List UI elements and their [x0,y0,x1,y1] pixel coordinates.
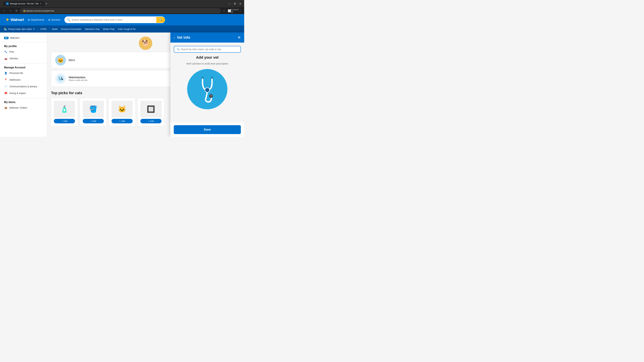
tab-bar: W Manage Account - Pet hub - Wa ✕ + [3,1,226,6]
departments-button[interactable]: ⊞ Departments [28,18,44,21]
pickup-info[interactable]: 🏪 Pickup today, 9pm-10pm ▾ | 07094 [4,28,49,30]
communications-label: Communications & privacy [10,85,37,88]
giving-icon: ❤️ [4,91,8,95]
vet-panel-close-button[interactable]: ✕ [238,35,241,40]
winter-link[interactable]: Winter Prep [103,28,114,30]
add-product-3-button[interactable]: + Add [140,119,162,123]
veterinarians-desc: View or edit vet info [68,79,88,81]
svg-point-0 [57,75,64,82]
url-input[interactable]: 🔒 walmart.com/account/pet-hub [20,8,221,13]
incognito-label: Incognito (3) [231,8,239,13]
url-bar-actions: ☆ ⬜ Incognito (3) ⋮ [222,9,242,13]
sidebar-item-addresses[interactable]: 📍 Addresses [0,76,47,83]
sidebar-walmart-plus[interactable]: W+ Walmart+ [0,35,47,40]
services-button[interactable]: ⊞ Services [48,18,60,21]
back-button[interactable]: ‹ [2,8,7,13]
menu-button[interactable]: ⋮ [238,9,242,13]
active-tab[interactable]: W Manage Account - Pet hub - Wa ✕ [3,1,44,6]
add-vet-subtitle: We'll call them to verify their prescrip… [186,62,228,65]
add-icon-0: + [62,120,63,122]
sidebar-item-giving[interactable]: ❤️ Giving & impact [0,90,47,96]
add-product-2-button[interactable]: + Add [112,119,133,123]
add-label-1: Add [92,120,96,122]
tab-close-button[interactable]: ✕ [40,2,42,5]
close-window-button[interactable]: ✕ [238,2,242,6]
sidebar-item-walmart-orders[interactable]: 📦 Walmart+ Orders [0,104,47,111]
manage-account-section: Manage Account [0,65,47,70]
vet-search-input[interactable] [181,48,238,51]
product-image-2: 🐱 [112,101,133,117]
search-bar[interactable]: 🔍 🔍 [64,16,165,23]
product-image-3: 🔲 [140,101,162,117]
svg-point-1 [61,77,62,78]
walmart-logo[interactable]: ✦ Walmart [5,17,24,23]
sidebar-item-communications[interactable]: ✉️ Communications & privacy [0,83,47,90]
orders-icon: 📦 [4,106,8,109]
sidebar-item-vehicles[interactable]: 🚗 Vehicles [0,55,47,62]
personal-info-label: Personal info [10,72,23,74]
restore-button[interactable]: ⧉ [233,2,237,6]
reload-button[interactable]: ↻ [14,8,19,13]
vet-search-wrapper[interactable]: 🔍 [174,46,241,53]
vehicles-label: Vehicles [10,57,18,60]
bookmark-button[interactable]: ☆ [222,9,226,13]
minimize-button[interactable]: ─ [228,2,232,6]
main-area: W+ Walmart+ My profile 🐾 Pets 🚗 Vehicles… [0,32,244,137]
my-items-section: My items [0,99,47,104]
url-text: walmart.com/account/pet-hub [26,9,54,12]
search-submit-button[interactable]: 🔍 [156,17,165,23]
product-card-0: 🧴 + Add [51,98,78,126]
valentines-link[interactable]: Valentine's Day [85,28,100,30]
address-icon: 📍 [4,78,8,81]
veterinarians-title: Veterinarians [68,76,88,79]
deals-link[interactable]: Deals [52,28,58,30]
vet-panel-back-button[interactable]: ‹ [174,36,175,39]
vet-panel-title: Vet info [177,35,236,40]
vet-panel-body: 🔍 Add your vet We'll call them to verify… [170,42,244,122]
forward-button[interactable]: › [8,8,13,13]
add-label-2: Add [121,120,125,122]
incognito-button[interactable]: Incognito (3) [233,9,237,13]
spark-icon: ✦ [5,17,9,23]
product-card-3: 🔲 + Add [138,98,164,126]
my-profile-section: My profile [0,43,47,48]
window-controls: ─ ⧉ ✕ [228,2,242,6]
sub-nav: 🏪 Pickup today, 9pm-10pm ▾ | 07094 Deals… [0,25,244,32]
product-card-1: 🪣 + Add [80,98,107,126]
zip-code: 07094 [40,28,46,30]
pets-icon: 🐾 [4,50,8,53]
add-icon-2: + [119,120,120,122]
pets-label: Pets [10,50,14,53]
mimi-name: Mimi [68,58,75,62]
vet-panel-header: ‹ Vet info ✕ [170,32,244,42]
svg-point-2 [62,79,63,80]
save-button[interactable]: Save [174,125,241,134]
url-bar-row: ‹ › ↻ 🔒 walmart.com/account/pet-hub ☆ ⬜ … [0,7,244,14]
product-card-2: 🐱 + Add [109,98,136,126]
vet-stethoscope-icon [55,73,66,84]
product-image-0: 🧴 [54,101,75,117]
svg-point-7 [211,95,212,96]
new-tab-button[interactable]: + [45,1,48,6]
product-image-1: 🪣 [83,101,104,117]
walmart-header: ✦ Walmart ⊞ Departments ⊞ Services 🔍 🔍 [0,14,244,25]
add-product-0-button[interactable]: + Add [54,119,75,123]
grocery-link[interactable]: Grocery & Essentials [61,28,81,30]
store-icon: 🏪 [4,28,7,30]
cold-link[interactable]: Cold, Cough & Flu [118,28,136,30]
sidebar-item-pets[interactable]: 🐾 Pets [0,48,47,55]
sidebar-item-personal[interactable]: 👤 Personal info [0,70,47,76]
tab-favicon: W [6,2,9,5]
svg-point-6 [209,94,213,98]
sub-nav-links: Deals Grocery & Essentials Valentine's D… [52,28,136,30]
sidebar: W+ Walmart+ My profile 🐾 Pets 🚗 Vehicles… [0,32,47,137]
add-product-1-button[interactable]: + Add [83,119,104,123]
search-input[interactable] [72,18,155,21]
departments-grid-icon: ⊞ [28,18,30,21]
pickup-chevron: ▾ [33,28,34,30]
walmart-plus-badge: W+ [4,37,8,39]
departments-label: Departments [31,18,44,21]
vehicles-icon: 🚗 [4,57,8,60]
stethoscope-illustration [187,69,228,109]
addresses-label: Addresses [10,78,20,81]
